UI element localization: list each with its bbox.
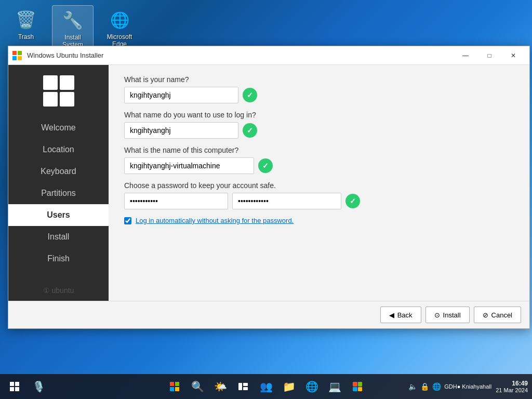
- taskbar: 🎙️ 🔍 🌤️ 👥 📁 🌐 💻: [0, 374, 532, 399]
- password-check-icon: ✓: [345, 194, 360, 208]
- svg-rect-0: [10, 382, 14, 386]
- cancel-icon: ⊘: [483, 311, 488, 319]
- login-input-row: ✓: [124, 122, 514, 139]
- login-field-group: What name do you want to use to log in? …: [124, 111, 514, 139]
- system-tray: 🔈 🔒 🌐 GDH● Kniahyahall: [408, 382, 491, 391]
- name-input-row: ✓: [124, 87, 514, 103]
- terminal-taskbar-icon[interactable]: 💻: [324, 376, 345, 397]
- svg-rect-5: [243, 383, 248, 386]
- install-button[interactable]: ⊙ Install: [425, 307, 470, 323]
- computer-label: What is the name of this computer?: [124, 146, 514, 154]
- computer-check-icon: ✓: [258, 158, 273, 173]
- clock-time: 16:49: [496, 380, 528, 387]
- clock-date: 21 Mar 2024: [496, 387, 528, 393]
- start-button[interactable]: [164, 376, 185, 397]
- login-input[interactable]: [124, 122, 238, 139]
- cancel-label: Cancel: [491, 311, 512, 319]
- edge-icon: 🌐: [107, 7, 132, 32]
- name-field-group: What is your name? ✓: [124, 75, 514, 103]
- taskbar-clock[interactable]: 16:49 21 Mar 2024: [496, 380, 528, 393]
- computer-input[interactable]: [124, 157, 254, 174]
- desktop-icons-area: 🗑️ Trash 🔧 Install System 🌐 Microsoft Ed…: [5, 5, 140, 51]
- svg-rect-6: [243, 387, 248, 390]
- widgets-icon[interactable]: 🌤️: [210, 376, 231, 397]
- edge-taskbar-icon[interactable]: 🌐: [301, 376, 322, 397]
- sidebar-item-location[interactable]: Location: [8, 139, 109, 161]
- sidebar-item-finish[interactable]: Finish: [8, 248, 109, 270]
- autologin-label[interactable]: Log in automatically without asking for …: [136, 217, 294, 224]
- network-icon[interactable]: 🌐: [432, 382, 441, 391]
- taskbar-left: 🎙️: [4, 376, 49, 397]
- window-footer: ◀ Back ⊙ Install ⊘ Cancel: [8, 301, 529, 328]
- sidebar-item-install[interactable]: Install: [8, 226, 109, 248]
- computer-field-group: What is the name of this computer? ✓: [124, 146, 514, 174]
- password-field-group: Choose a password to keep your account s…: [124, 181, 514, 209]
- password-input-row: ✓: [124, 193, 514, 209]
- user-text: GDH● Kniahyahall: [444, 383, 491, 390]
- search-taskbar-icon[interactable]: 🔍: [187, 376, 208, 397]
- cancel-button[interactable]: ⊘ Cancel: [474, 307, 521, 323]
- window-title: Windows Ubuntu Installer: [27, 51, 454, 59]
- name-input[interactable]: [124, 87, 238, 103]
- install-system-icon: 🔧: [60, 8, 85, 33]
- files-taskbar-icon[interactable]: 📁: [278, 376, 299, 397]
- install-label: Install: [443, 311, 461, 319]
- sidebar-nav: Welcome Location Keyboard Partitions Use…: [8, 117, 109, 270]
- sidebar: Welcome Location Keyboard Partitions Use…: [8, 65, 109, 301]
- window-app-icon: [12, 50, 23, 61]
- taskbar-center: 🔍 🌤️ 👥 📁 🌐 💻: [164, 376, 368, 397]
- sidebar-item-partitions[interactable]: Partitions: [8, 182, 109, 204]
- security-icon[interactable]: 🔒: [420, 382, 429, 391]
- desktop-icon-trash[interactable]: 🗑️ Trash: [5, 5, 47, 51]
- back-label: Back: [397, 311, 413, 319]
- sidebar-item-keyboard[interactable]: Keyboard: [8, 161, 109, 182]
- autologin-row: Log in automatically without asking for …: [124, 217, 514, 224]
- taskbar-pane-icon[interactable]: [4, 376, 25, 397]
- desktop: 🗑️ Trash 🔧 Install System 🌐 Microsoft Ed…: [0, 0, 532, 399]
- svg-rect-1: [15, 382, 19, 386]
- login-check-icon: ✓: [243, 123, 257, 138]
- sidebar-logo: [43, 75, 74, 107]
- svg-rect-2: [10, 387, 14, 391]
- sidebar-item-welcome[interactable]: Welcome: [8, 117, 109, 139]
- taskbar-right: 🔈 🔒 🌐 GDH● Kniahyahall 16:49 21 Mar 2024: [408, 380, 528, 393]
- name-check-icon: ✓: [243, 88, 257, 102]
- back-icon: ◀: [389, 311, 394, 319]
- svg-rect-4: [238, 383, 242, 390]
- desktop-icon-install-system[interactable]: 🔧 Install System: [52, 5, 94, 51]
- volume-icon[interactable]: 🔈: [408, 382, 417, 391]
- computer-input-row: ✓: [124, 157, 514, 174]
- window-titlebar: Windows Ubuntu Installer — □ ✕: [8, 46, 529, 65]
- password-label: Choose a password to keep your account s…: [124, 181, 514, 190]
- svg-rect-3: [15, 387, 19, 391]
- name-label: What is your name?: [124, 75, 514, 84]
- install-icon: ⊙: [434, 311, 440, 319]
- password-input[interactable]: [124, 193, 228, 209]
- autologin-checkbox[interactable]: [124, 217, 131, 224]
- window-body: Welcome Location Keyboard Partitions Use…: [8, 65, 529, 301]
- maximize-button[interactable]: □: [477, 47, 501, 64]
- desktop-icon-edge[interactable]: 🌐 Microsoft Edge: [99, 5, 140, 51]
- trash-icon: 🗑️: [14, 7, 38, 32]
- sidebar-footer: ① ubuntu: [37, 280, 81, 301]
- installer-window: Windows Ubuntu Installer — □ ✕ Welcome L…: [8, 46, 530, 329]
- minimize-button[interactable]: —: [454, 47, 477, 64]
- store-taskbar-icon[interactable]: [347, 376, 368, 397]
- login-label: What name do you want to use to log in?: [124, 111, 514, 119]
- back-button[interactable]: ◀ Back: [380, 307, 421, 323]
- main-form-content: What is your name? ✓ What name do you wa…: [109, 65, 529, 301]
- close-button[interactable]: ✕: [501, 47, 525, 64]
- sidebar-item-users[interactable]: Users: [8, 204, 109, 226]
- taskbar-podcast-icon[interactable]: 🎙️: [28, 376, 49, 397]
- teams-taskbar-icon[interactable]: 👥: [256, 376, 276, 397]
- trash-label: Trash: [18, 33, 34, 41]
- confirm-password-input[interactable]: [232, 193, 341, 209]
- snap-layout-icon[interactable]: [233, 376, 254, 397]
- window-controls: — □ ✕: [454, 47, 525, 64]
